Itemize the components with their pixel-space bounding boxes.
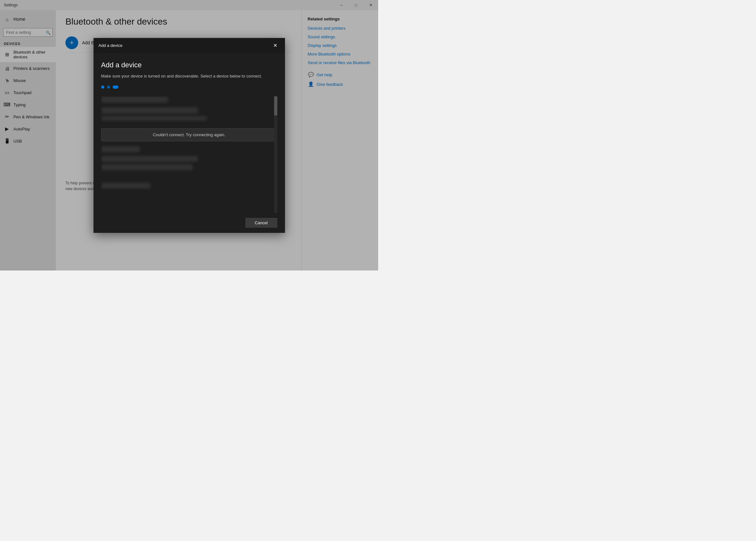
modal-description: Make sure your device is turned on and d… — [101, 73, 277, 79]
device-blur-7 — [101, 183, 151, 189]
scrollbar-thumb[interactable] — [274, 96, 277, 116]
searching-dots — [101, 86, 277, 91]
dot-3 — [113, 86, 118, 89]
device-blur-3 — [101, 116, 207, 121]
modal-titlebar: Add a device ✕ — [94, 38, 285, 53]
modal-body: Add a device Make sure your device is tu… — [94, 53, 285, 213]
modal-titlebar-label: Add a device — [99, 43, 123, 48]
add-device-modal: Add a device ✕ Add a device Make sure yo… — [94, 38, 285, 233]
modal-heading: Add a device — [101, 61, 277, 69]
modal-overlay: Add a device ✕ Add a device Make sure yo… — [0, 0, 378, 270]
device-blur-2 — [101, 107, 198, 114]
device-blur-5 — [101, 156, 198, 162]
dot-1 — [101, 86, 104, 89]
modal-close-button[interactable]: ✕ — [271, 41, 280, 50]
device-blur-4 — [101, 147, 140, 152]
dot-2 — [107, 86, 110, 89]
device-blur-6 — [101, 164, 193, 170]
device-blur-1 — [101, 96, 168, 103]
modal-footer: Cancel — [94, 213, 285, 233]
error-message: Couldn't connect. Try connecting again. — [101, 128, 277, 141]
cancel-button[interactable]: Cancel — [246, 218, 277, 228]
scrollbar-track[interactable] — [274, 96, 277, 213]
device-list-area: Couldn't connect. Try connecting again. — [101, 96, 277, 213]
